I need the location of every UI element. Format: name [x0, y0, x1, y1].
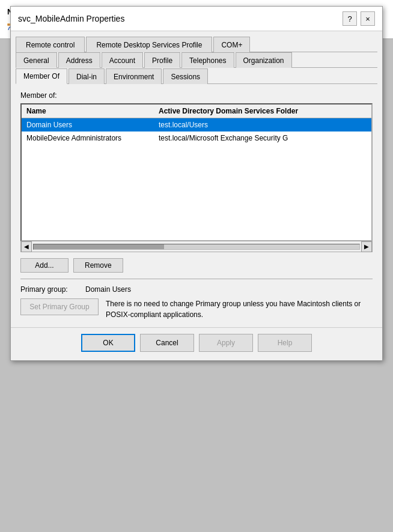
group-folder-cell: test.local/Microsoft Exchange Security G — [156, 133, 369, 144]
group-name-cell: MobileDevice Admninistrators — [24, 133, 156, 144]
help-button[interactable]: ? — [343, 11, 357, 26]
add-button[interactable]: Add... — [20, 258, 69, 273]
tab-general[interactable]: General — [16, 52, 57, 68]
dialog-titlebar: svc_MobileAdmin Properties ? × — [11, 7, 382, 31]
separator — [20, 279, 373, 279]
dialog-content: Member of: Name Active Directory Domain … — [11, 84, 382, 327]
primary-group-label: Primary group: — [20, 285, 81, 294]
set-primary-row: Set Primary Group There is no need to ch… — [20, 298, 373, 320]
primary-group-value: Domain Users — [85, 285, 131, 294]
col-header-folder: Active Directory Domain Services Folder — [156, 106, 369, 116]
remove-button[interactable]: Remove — [73, 258, 123, 273]
tab-member-of[interactable]: Member Of — [16, 68, 67, 84]
tab-environment[interactable]: Environment — [106, 68, 162, 84]
set-primary-group-button[interactable]: Set Primary Group — [20, 298, 99, 315]
scroll-left-button[interactable]: ◀ — [21, 241, 32, 252]
tab-row-1: Remote control Remote Desktop Services P… — [16, 36, 377, 52]
tab-com-plus[interactable]: COM+ — [213, 37, 250, 52]
tab-sessions[interactable]: Sessions — [163, 68, 208, 84]
tab-rdp-profile[interactable]: Remote Desktop Services Profile — [86, 37, 212, 52]
tabs-container: Remote control Remote Desktop Services P… — [11, 31, 382, 84]
group-table-header: Name Active Directory Domain Services Fo… — [22, 104, 371, 118]
member-of-label: Member of: — [20, 91, 373, 100]
tab-remote-control[interactable]: Remote control — [16, 37, 85, 52]
properties-dialog: svc_MobileAdmin Properties ? × Remote co… — [10, 6, 383, 361]
primary-group-section: Primary group: Domain Users Set Primary … — [20, 285, 373, 320]
group-table: Name Active Directory Domain Services Fo… — [20, 103, 373, 241]
dialog-title: svc_MobileAdmin Properties — [18, 14, 124, 23]
group-action-buttons: Add... Remove — [20, 258, 373, 273]
col-header-name: Name — [24, 106, 156, 116]
ok-button[interactable]: OK — [81, 334, 135, 352]
titlebar-buttons: ? × — [343, 11, 375, 26]
group-table-body: Domain Users test.local/Users MobileDevi… — [22, 118, 371, 238]
scroll-track[interactable] — [33, 244, 360, 250]
scroll-right-button[interactable]: ▶ — [361, 241, 372, 252]
tab-dial-in[interactable]: Dial-in — [69, 68, 105, 84]
primary-group-row: Primary group: Domain Users — [20, 285, 373, 294]
tab-account[interactable]: Account — [102, 52, 143, 68]
table-row[interactable]: MobileDevice Admninistrators test.local/… — [22, 131, 371, 145]
tab-address[interactable]: Address — [58, 52, 100, 68]
cancel-button[interactable]: Cancel — [140, 334, 194, 352]
help-footer-button[interactable]: Help — [258, 334, 312, 352]
tab-organization[interactable]: Organization — [236, 52, 292, 68]
scroll-thumb — [34, 244, 164, 249]
tab-row-2: General Address Account Profile Telephon… — [16, 52, 377, 68]
table-row[interactable]: Domain Users test.local/Users — [22, 118, 371, 131]
horizontal-scrollbar[interactable]: ◀ ▶ — [20, 241, 373, 252]
tab-row-3: Member Of Dial-in Environment Sessions — [16, 68, 377, 84]
apply-button[interactable]: Apply — [199, 334, 253, 352]
close-button[interactable]: × — [361, 11, 375, 26]
group-name-cell: Domain Users — [24, 119, 156, 130]
tab-telephones[interactable]: Telephones — [181, 52, 234, 68]
group-folder-cell: test.local/Users — [156, 119, 369, 130]
dialog-footer: OK Cancel Apply Help — [11, 327, 382, 360]
tab-profile[interactable]: Profile — [144, 52, 180, 68]
primary-group-info: There is no need to change Primary group… — [106, 298, 373, 320]
